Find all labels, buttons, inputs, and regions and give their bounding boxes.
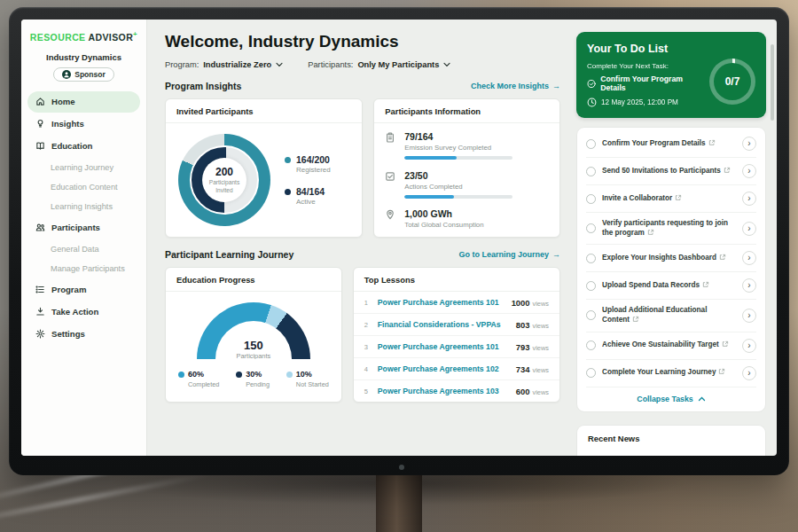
chevron-right-icon[interactable]: › <box>742 278 756 293</box>
task-checkbox[interactable] <box>586 310 596 320</box>
go-to-learning-journey-link[interactable]: Go to Learning Journey → <box>458 250 560 259</box>
legend-item-active: 84/164 Active <box>285 186 331 206</box>
external-link-icon <box>718 368 725 375</box>
sponsor-badge: Sponsor <box>53 67 113 82</box>
check-more-insights-link[interactable]: Check More Insights → <box>471 82 560 90</box>
chevron-right-icon[interactable]: › <box>742 366 756 380</box>
legend-value: 164/200 <box>296 154 331 165</box>
task-row-upload-spend-data[interactable]: Upload Spend Data Records › <box>586 272 756 300</box>
chevron-right-icon[interactable]: › <box>742 137 756 151</box>
task-row-achieve-target[interactable]: Achieve One Sustainability Target › <box>586 332 756 360</box>
lesson-link[interactable]: Power Purchase Agreements 103 <box>378 387 499 395</box>
sidebar-item-manage-participants[interactable]: Manage Participants <box>27 259 140 278</box>
task-checkbox[interactable] <box>586 254 596 263</box>
link-label: Check More Insights <box>471 82 549 90</box>
legend-label: Registered <box>296 166 331 174</box>
lesson-link[interactable]: Power Purchase Agreements 101 <box>378 298 499 307</box>
task-row-confirm-program[interactable]: Confirm Your Program Details › <box>586 130 756 158</box>
chevron-right-icon[interactable]: › <box>742 222 756 236</box>
sidebar-item-learning-insights[interactable]: Learning Insights <box>27 197 140 216</box>
collapse-tasks-link[interactable]: Collapse Tasks <box>586 387 756 411</box>
clock-icon <box>587 98 597 107</box>
lesson-link[interactable]: Financial Considerations - VPPAs <box>378 320 501 329</box>
sidebar-subitem-label: Education Content <box>51 183 118 192</box>
views-suffix: views <box>533 344 549 352</box>
stat-label: Actions Completed <box>404 183 512 191</box>
todo-due-label: 12 May 2025, 12:00 PM <box>601 98 678 106</box>
task-checkbox[interactable] <box>586 223 596 233</box>
todo-next-task-label: Confirm Your Program Details <box>600 74 702 92</box>
sidebar-item-settings[interactable]: Settings <box>27 324 140 345</box>
stat-label: Total Global Consumption <box>404 221 483 229</box>
todo-tasks-card: Confirm Your Program Details › Send 50 I… <box>576 127 766 412</box>
stat-actions-completed: 23/50 Actions Completed <box>385 170 549 199</box>
sidebar-item-home[interactable]: Home <box>27 91 140 113</box>
sidebar-item-label: Participants <box>51 223 100 232</box>
invited-donut-center: 200 Participants Invited <box>202 158 246 202</box>
lesson-row: 1 Power Purchase Agreements 101 1000view… <box>354 292 559 314</box>
task-checkbox[interactable] <box>586 194 596 204</box>
task-row-verify-participants[interactable]: Verify participants requesting to join t… <box>586 213 756 245</box>
lesson-views: 803views <box>516 320 549 330</box>
education-legend: 60% Completed 30% Pending 10% Not Starte… <box>166 359 341 397</box>
section-title: Participant Learning Journey <box>165 249 293 260</box>
book-icon <box>35 141 45 151</box>
task-checkbox[interactable] <box>586 281 596 291</box>
gauge-center: 150 Participants <box>197 339 310 359</box>
lesson-link[interactable]: Power Purchase Agreements 101 <box>378 342 499 351</box>
gauge-center-value: 150 <box>197 339 310 352</box>
legend-dot <box>178 372 184 378</box>
sidebar-item-education-content[interactable]: Education Content <box>27 177 140 197</box>
participants-filter-value: Only My Participants <box>357 60 439 69</box>
task-label: Invite a Collaborator <box>602 194 672 202</box>
chevron-right-icon[interactable]: › <box>742 192 756 206</box>
program-filter[interactable]: Program: Industrialize Zero <box>165 60 283 69</box>
lesson-rank: 3 <box>364 343 370 351</box>
legend-pct: 60% <box>188 370 204 379</box>
task-checkbox[interactable] <box>586 368 596 378</box>
lesson-rank: 2 <box>364 321 370 329</box>
sidebar-item-label: Insights <box>51 119 84 129</box>
scrollbar-thumb[interactable] <box>771 44 774 121</box>
link-label: Go to Learning Journey <box>458 250 549 259</box>
education-gauge-chart: 150 Participants <box>197 302 310 359</box>
views-suffix: views <box>533 300 549 308</box>
views-suffix: views <box>533 366 549 374</box>
task-row-complete-learning-journey[interactable]: Complete Your Learning Journey › <box>586 360 756 387</box>
external-link-icon <box>632 316 639 323</box>
sidebar-item-program[interactable]: Program <box>27 279 140 301</box>
legend-pct: 30% <box>246 370 262 379</box>
donut-center-label: Participants Invited <box>206 179 243 193</box>
task-row-explore-insights[interactable]: Explore Your Insights Dashboard › <box>586 245 756 272</box>
stat-emission-survey: 79/164 Emission Survey Completed <box>385 131 549 160</box>
task-checkbox[interactable] <box>586 167 596 176</box>
chevron-right-icon[interactable]: › <box>742 309 756 323</box>
task-row-upload-educational-content[interactable]: Upload Additional Educational Content › <box>586 300 756 332</box>
sidebar-item-learning-journey[interactable]: Learning Journey <box>27 158 140 177</box>
legend-dot <box>236 372 242 378</box>
legend-dot <box>286 372 293 378</box>
chevron-right-icon[interactable]: › <box>742 164 756 178</box>
sidebar-item-label: Education <box>51 141 92 151</box>
sidebar-item-general-data[interactable]: General Data <box>27 239 140 259</box>
task-row-send-invitations[interactable]: Send 50 Invitations to Participants › <box>586 158 756 185</box>
participants-filter[interactable]: Participants: Only My Participants <box>308 60 450 69</box>
invited-participants-card: Invited Participants 200 Participants In… <box>165 98 363 238</box>
chevron-right-icon[interactable]: › <box>742 251 756 265</box>
sidebar-subitem-label: Manage Participants <box>51 264 125 273</box>
invited-donut-chart: 200 Participants Invited <box>178 134 270 226</box>
lesson-link[interactable]: Power Purchase Agreements 102 <box>378 364 499 373</box>
sidebar-item-education[interactable]: Education <box>27 136 140 157</box>
sidebar-item-take-action[interactable]: Take Action <box>27 301 140 323</box>
todo-progress-ring: 0/7 <box>709 59 755 105</box>
task-checkbox[interactable] <box>586 340 596 350</box>
views-suffix: views <box>533 322 549 330</box>
task-row-invite-collaborator[interactable]: Invite a Collaborator › <box>586 185 756 213</box>
sidebar-item-insights[interactable]: Insights <box>27 113 140 135</box>
sidebar-item-participants[interactable]: Participants <box>27 217 140 239</box>
stat-global-consumption: 1,000 GWh Total Global Consumption <box>385 208 549 229</box>
home-icon <box>35 97 45 106</box>
task-checkbox[interactable] <box>586 139 596 149</box>
task-label: Explore Your Insights Dashboard <box>602 254 716 262</box>
chevron-right-icon[interactable]: › <box>742 339 756 353</box>
